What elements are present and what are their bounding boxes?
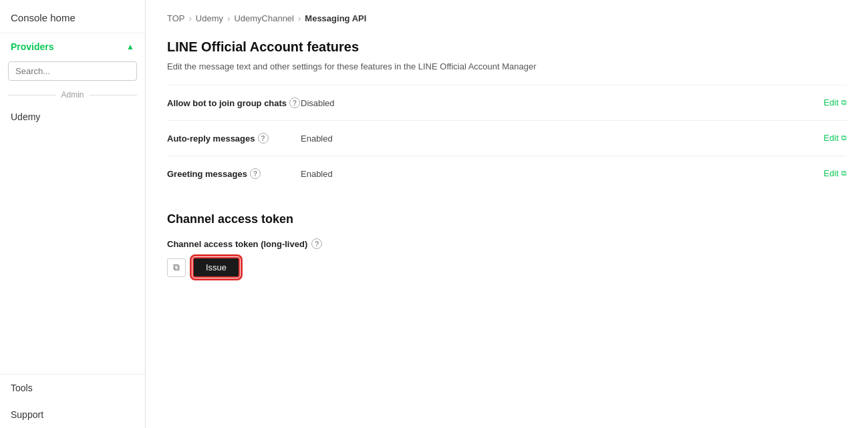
- external-link-icon-3: ⧉: [841, 169, 847, 178]
- feature-label-auto-reply: Auto-reply messages ?: [167, 133, 301, 144]
- breadcrumb-channel[interactable]: UdemyChannel: [234, 13, 294, 23]
- help-icon-bot-join[interactable]: ?: [289, 97, 300, 108]
- sidebar-item-support[interactable]: Support: [0, 401, 145, 428]
- admin-label: Admin: [61, 90, 84, 99]
- feature-label-bot-join: Allow bot to join group chats ?: [167, 97, 301, 108]
- breadcrumb-udemy[interactable]: Udemy: [196, 13, 223, 23]
- features-section-title: LINE Official Account features: [167, 39, 847, 55]
- token-section-title: Channel access token: [167, 207, 847, 226]
- copy-icon: ⧉: [173, 262, 180, 273]
- feature-value-greeting: Enabled: [301, 168, 824, 179]
- external-link-icon-1: ⧉: [841, 98, 847, 107]
- issue-token-button[interactable]: Issue: [192, 257, 240, 278]
- admin-divider: Admin: [0, 87, 145, 105]
- feature-edit-greeting[interactable]: Edit ⧉: [824, 168, 847, 178]
- sidebar-item-udemy[interactable]: Udemy: [0, 105, 145, 129]
- help-icon-token[interactable]: ?: [311, 238, 322, 249]
- copy-token-button[interactable]: ⧉: [167, 258, 186, 277]
- token-section: Channel access token Channel access toke…: [167, 207, 847, 278]
- breadcrumb-sep-2: ›: [227, 13, 230, 23]
- feature-edit-auto-reply[interactable]: Edit ⧉: [824, 133, 847, 143]
- chevron-up-icon: ▲: [126, 42, 134, 51]
- feature-label-greeting: Greeting messages ?: [167, 168, 301, 179]
- feature-value-bot-join: Disabled: [301, 97, 824, 108]
- token-actions: ⧉ Issue: [167, 257, 847, 278]
- providers-label: Providers: [11, 41, 54, 52]
- feature-row-auto-reply: Auto-reply messages ? Enabled Edit ⧉: [167, 120, 847, 156]
- external-link-icon-2: ⧉: [841, 134, 847, 142]
- providers-header[interactable]: Providers ▲: [0, 33, 145, 59]
- console-home-link[interactable]: Console home: [0, 0, 145, 33]
- search-input[interactable]: [8, 61, 137, 81]
- sidebar-bottom: Tools Support: [0, 374, 145, 428]
- breadcrumb-top[interactable]: TOP: [167, 13, 185, 23]
- feature-row-greeting: Greeting messages ? Enabled Edit ⧉: [167, 156, 847, 191]
- sidebar: Console home Providers ▲ Admin Udemy Too…: [0, 0, 146, 428]
- feature-row-bot-join: Allow bot to join group chats ? Disabled…: [167, 85, 847, 120]
- token-label: Channel access token (long-lived): [167, 239, 307, 249]
- help-icon-auto-reply[interactable]: ?: [258, 133, 269, 144]
- breadcrumb: TOP › Udemy › UdemyChannel › Messaging A…: [167, 13, 847, 23]
- features-section: LINE Official Account features Edit the …: [167, 39, 847, 191]
- sidebar-item-tools[interactable]: Tools: [0, 375, 145, 401]
- breadcrumb-current: Messaging API: [305, 13, 366, 23]
- help-icon-greeting[interactable]: ?: [250, 168, 261, 179]
- breadcrumb-sep-1: ›: [189, 13, 192, 23]
- feature-value-auto-reply: Enabled: [301, 133, 824, 144]
- breadcrumb-sep-3: ›: [298, 13, 301, 23]
- features-section-desc: Edit the message text and other settings…: [167, 61, 847, 71]
- token-label-row: Channel access token (long-lived) ?: [167, 238, 847, 249]
- main-content: TOP › Udemy › UdemyChannel › Messaging A…: [146, 0, 868, 428]
- feature-edit-bot-join[interactable]: Edit ⧉: [824, 97, 847, 108]
